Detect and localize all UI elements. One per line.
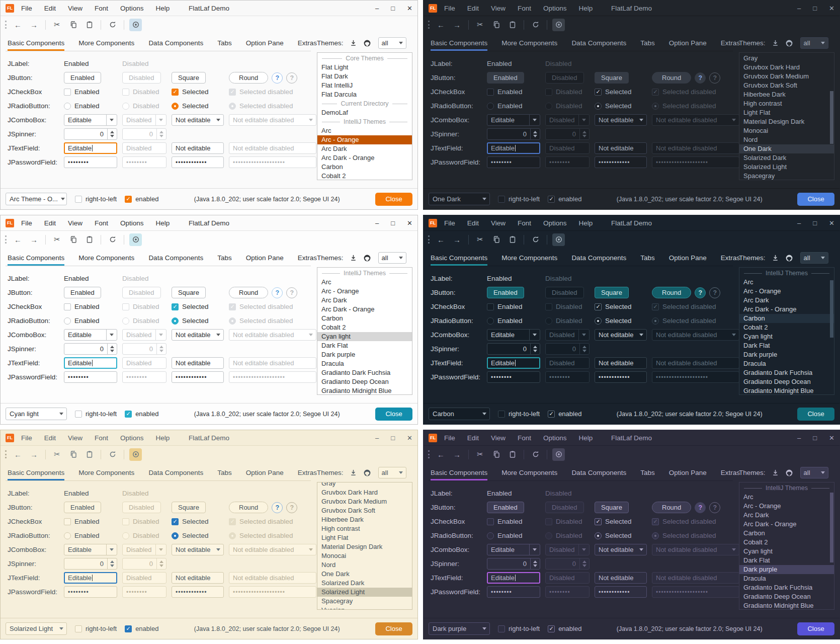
spinner-value[interactable]: 0: [523, 560, 530, 568]
tab-data-components[interactable]: Data Components: [571, 250, 626, 266]
theme-combobox[interactable]: Dark purple: [429, 622, 490, 635]
combobox-editable[interactable]: Editable: [64, 114, 117, 126]
minimize-button[interactable]: –: [797, 219, 801, 227]
square-button[interactable]: Square: [595, 287, 629, 298]
menu-edit[interactable]: Edit: [467, 219, 479, 227]
chevron-down-icon[interactable]: [106, 330, 117, 340]
right-to-left-checkbox[interactable]: right-to-left: [75, 410, 117, 418]
theme-list-item[interactable]: Arc - Orange: [317, 287, 412, 296]
tab-data-components[interactable]: Data Components: [148, 250, 203, 266]
combobox-noneditable[interactable]: Not editable: [595, 114, 647, 126]
theme-list-item[interactable]: Gruvbox Dark Hard: [317, 488, 412, 497]
round-button[interactable]: Round: [652, 72, 691, 84]
theme-list-item[interactable]: Gradianto Dark Fuchsia: [739, 368, 834, 377]
tab-basic-components[interactable]: Basic Components: [8, 250, 64, 266]
theme-list-item[interactable]: One Dark: [317, 570, 412, 579]
themes-list[interactable]: IntelliJ ThemesArcArc - OrangeArc DarkAr…: [739, 482, 834, 610]
menu-font[interactable]: Font: [95, 434, 108, 442]
tab-more-components[interactable]: More Components: [501, 465, 557, 480]
combobox-editable[interactable]: Editable: [487, 329, 540, 341]
theme-list-item[interactable]: Dracula: [739, 574, 834, 583]
theme-filter-combobox[interactable]: all: [378, 37, 406, 49]
chevron-down-icon[interactable]: [479, 408, 489, 420]
theme-list-item[interactable]: Arc Dark: [739, 296, 834, 305]
radio-selected[interactable]: [172, 103, 179, 110]
refresh-icon[interactable]: [106, 233, 119, 246]
menu-options[interactable]: Options: [543, 434, 567, 442]
theme-list-item[interactable]: Vuesion: [317, 606, 412, 610]
theme-list-item-selected[interactable]: One Dark: [739, 144, 834, 153]
theme-combobox[interactable]: Carbon: [429, 408, 490, 420]
menu-font[interactable]: Font: [95, 5, 108, 12]
theme-list-item[interactable]: Arc Dark - Orange: [317, 153, 412, 163]
tab-extras[interactable]: Extras: [298, 465, 317, 480]
theme-list-item[interactable]: Arc Dark: [317, 296, 412, 305]
theme-filter-combobox[interactable]: all: [800, 37, 828, 49]
cut-icon[interactable]: ✂: [51, 233, 63, 246]
chevron-down-icon[interactable]: [529, 115, 540, 125]
combobox-editable[interactable]: Editable: [487, 114, 540, 126]
combobox-editable[interactable]: Editable: [487, 544, 540, 555]
theme-list-item[interactable]: Arc - Orange: [739, 287, 834, 296]
theme-list-item[interactable]: Gruvbox Dark Soft: [739, 81, 834, 90]
textfield-noneditable[interactable]: Not editable: [172, 357, 224, 369]
menu-edit[interactable]: Edit: [44, 219, 56, 227]
theme-list-item[interactable]: Spacegray: [317, 597, 412, 606]
square-button[interactable]: Square: [595, 502, 629, 513]
passwordfield-noneditable[interactable]: ••••••••••••: [595, 586, 647, 598]
combobox-editable[interactable]: Editable: [64, 544, 117, 555]
spinner-arrows-icon[interactable]: [530, 558, 540, 569]
maximize-button[interactable]: □: [391, 434, 395, 442]
spinner-value[interactable]: 0: [523, 130, 530, 138]
scrollbar-thumb[interactable]: [830, 280, 833, 337]
menu-file[interactable]: File: [21, 434, 32, 442]
minimize-button[interactable]: –: [375, 5, 379, 12]
chevron-down-icon[interactable]: [529, 330, 540, 340]
github-icon[interactable]: [785, 254, 793, 262]
menu-font[interactable]: Font: [95, 219, 108, 227]
help-button[interactable]: ?: [695, 502, 706, 513]
theme-list-item[interactable]: Arc Dark - Orange: [317, 305, 412, 314]
theme-list-item[interactable]: Dark Flat: [739, 341, 834, 350]
textfield-editable[interactable]: Editable: [64, 142, 117, 154]
menu-view[interactable]: View: [491, 219, 506, 227]
radio-selected[interactable]: [172, 532, 179, 539]
textfield-editable[interactable]: Editable: [487, 142, 540, 154]
help-button[interactable]: ?: [272, 287, 283, 298]
menu-view[interactable]: View: [491, 5, 506, 12]
cut-icon[interactable]: ✂: [474, 19, 486, 31]
textfield-noneditable[interactable]: Not editable: [595, 142, 647, 154]
theme-list-item[interactable]: Gruvbox Dark Medium: [317, 497, 412, 506]
close-window-button[interactable]: ✕: [407, 434, 412, 442]
radio-enabled[interactable]: [487, 317, 494, 325]
tab-basic-components[interactable]: Basic Components: [8, 35, 64, 51]
menu-view[interactable]: View: [68, 5, 82, 12]
right-to-left-checkbox[interactable]: right-to-left: [75, 625, 117, 632]
passwordfield-editable[interactable]: ••••••••: [64, 586, 117, 598]
textfield-noneditable[interactable]: Not editable: [595, 572, 647, 584]
textfield-noneditable[interactable]: Not editable: [172, 572, 224, 584]
close-window-button[interactable]: ✕: [407, 5, 412, 12]
passwordfield-noneditable[interactable]: ••••••••••••: [595, 156, 647, 168]
theme-list-item[interactable]: Arc: [739, 493, 834, 502]
enabled-checkbox[interactable]: ✓enabled: [125, 410, 158, 418]
menu-view[interactable]: View: [491, 434, 506, 442]
download-icon[interactable]: [350, 469, 357, 476]
show-hidden-eye-icon[interactable]: [552, 448, 565, 461]
enabled-button[interactable]: Enabled: [64, 287, 101, 298]
theme-list-item[interactable]: Solarized Dark: [317, 579, 412, 588]
radio-enabled[interactable]: [64, 532, 71, 539]
tab-option-pane[interactable]: Option Pane: [669, 250, 707, 266]
combobox-noneditable[interactable]: Not editable: [595, 329, 647, 341]
theme-list-item[interactable]: Arc: [317, 126, 412, 135]
theme-list-item[interactable]: Carbon: [317, 163, 412, 172]
theme-list-item[interactable]: Gradianto Deep Ocean: [739, 592, 834, 601]
menu-font[interactable]: Font: [518, 5, 531, 12]
spinner-enabled[interactable]: 0: [64, 343, 117, 355]
help-button[interactable]: ?: [695, 287, 706, 298]
toolbar-grip[interactable]: [428, 235, 430, 244]
theme-list-item[interactable]: Nord: [739, 135, 834, 144]
download-icon[interactable]: [772, 254, 779, 262]
tab-option-pane[interactable]: Option Pane: [246, 465, 284, 480]
toolbar-grip[interactable]: [5, 21, 7, 29]
